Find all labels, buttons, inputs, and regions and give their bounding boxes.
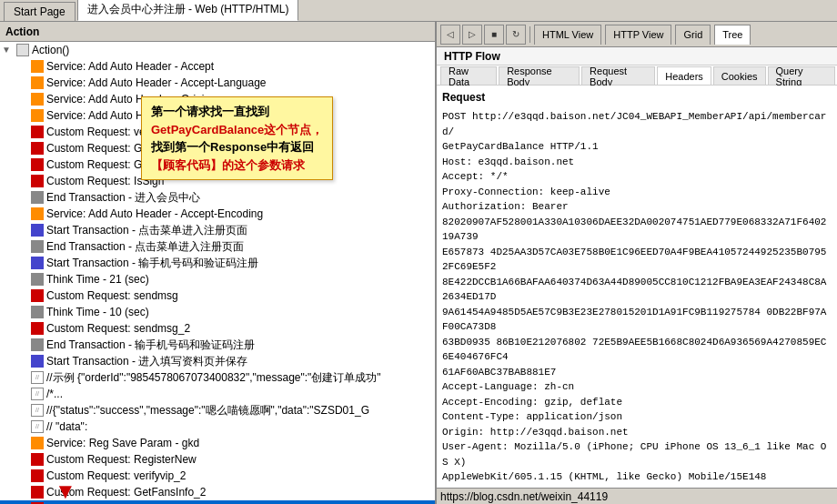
custom-icon [31,289,44,302]
tree-item[interactable]: End Transaction - 进入会员中心 [0,189,435,206]
tree-item[interactable]: Service: Reg Save Param - gkd [0,435,435,451]
action-tree[interactable]: 第一个请求找一直找到 GetPayCardBalance这个节点， 找到第一个R… [0,42,435,504]
tab-headers[interactable]: Headers [657,66,711,85]
comment-icon: // [31,420,44,433]
tree-item-label: Custom Request: sendmsg_2 [46,320,190,337]
tree-item-label: Action() [32,42,69,58]
http-flow-label: HTTP Flow [437,47,837,66]
tab-raw-data[interactable]: Raw Data [440,66,497,85]
tree-item[interactable]: Service: Add Auto Header - Accept [0,58,435,75]
tab-bar: Start Page 进入会员中心并注册 - Web (HTTP/HTML) [0,0,837,22]
request-line: Accept-Language: zh-cn [442,379,832,395]
expand-icon[interactable]: ▼ [2,42,16,58]
tree-item[interactable]: ▼Action() [0,42,435,58]
comment-icon: // [31,388,44,400]
tree-item-label: Service: Add Auto Header - Accept [46,58,214,75]
start-tx-icon [31,257,44,269]
request-line: Authorization: Bearer [442,199,832,215]
tree-item-label: Service: Add Auto Header - Accept-Langua… [46,75,267,91]
custom-icon [31,126,44,138]
tree-item-label: Think Time - 10 (sec) [46,304,149,320]
request-lines: POST http://e3qqd.baison.net/JC04_WEBAPI… [442,109,832,488]
tree-item[interactable]: Start Transaction - 点击菜单进入注册页面 [0,222,435,238]
tab-html-view[interactable]: HTML View [534,25,601,45]
tree-item[interactable]: Custom Request: sendmsg [0,287,435,304]
custom-icon [31,158,44,171]
request-line: Origin: http://e3qqd.baison.net [442,425,832,440]
request-line: 8E422DCCB1A66BAFAA640374D63A44D89005CC81… [442,275,832,305]
request-line: Host: e3qqd.baison.net [442,155,832,170]
request-line: User-Agent: Mozilla/5.0 (iPhone; CPU iPh… [442,439,832,469]
back-button[interactable]: ◁ [440,25,460,45]
tree-item[interactable]: Start Transaction - 输手机号码和验证码注册 [0,255,435,271]
tree-item-label: Custom Request: sendmsg [46,287,178,304]
tab-cookies[interactable]: Cookies [713,66,766,85]
tree-item[interactable]: Think Time - 21 (sec) [0,271,435,287]
tab-active[interactable]: 进入会员中心并注册 - Web (HTTP/HTML) [77,0,299,21]
tab-start-page[interactable]: Start Page [4,2,76,21]
end-tx-icon [31,240,44,253]
tree-item[interactable]: //// "data": [0,418,435,435]
tree-item[interactable]: ////示例 {"orderId":"9854578067073400832",… [0,369,435,386]
tree-item-label: /*... [46,386,63,402]
left-panel: Action 第一个请求找一直找到 GetPayCardBalance这个节点，… [0,22,437,504]
tree-item-label: Think Time - 21 (sec) [46,271,149,287]
request-line: E657873 4D25AA3D57CA03E758B0E1C96EED70A4… [442,245,832,275]
think-icon [31,306,44,318]
refresh-button[interactable]: ↻ [506,25,526,45]
request-content[interactable]: Request POST http://e3qqd.baison.net/JC0… [437,86,837,488]
tab-grid-view[interactable]: Grid [675,25,711,45]
tree-item[interactable]: End Transaction - 输手机号码和验证码注册 [0,337,435,353]
toolbar: ◁ ▷ ■ ↻ HTML View HTTP View Grid Tree [437,22,837,47]
tree-item-label: Start Transaction - 进入填写资料页并保存 [46,353,247,369]
tab-http-view[interactable]: HTTP View [605,25,671,45]
start-tx-icon [31,224,44,237]
end-tx-icon [31,338,44,351]
stop-button[interactable]: ■ [484,25,504,45]
end-tx-icon [31,191,44,204]
annotation-bubble: 第一个请求找一直找到 GetPayCardBalance这个节点， 找到第一个R… [141,96,333,180]
custom-icon [31,175,44,187]
tree-item-label: //示例 {"orderId":"9854578067073400832","m… [46,369,381,386]
tab-tree-view[interactable]: Tree [714,25,751,45]
tab-response-body[interactable]: Response Body [499,66,580,85]
service-icon [31,93,44,106]
tree-item-label: Start Transaction - 输手机号码和验证码注册 [46,255,258,271]
tab-query-string[interactable]: Query String [768,66,835,85]
tree-item[interactable]: Start Transaction - 进入填写资料页并保存 [0,353,435,369]
tree-item[interactable]: ///*... [0,386,435,402]
request-line: AppleWebKit/605.1.15 (KHTML, like Gecko)… [442,469,832,485]
action-panel-header: Action [0,22,435,42]
request-section-title: Request [442,89,832,106]
tree-item[interactable]: Service: Add Auto Header - Accept-Encodi… [0,206,435,222]
tab-request-body[interactable]: Request Body [581,66,655,85]
comment-icon: // [31,371,44,384]
forward-button[interactable]: ▷ [462,25,482,45]
tree-item[interactable]: Think Time - 10 (sec) [0,304,435,320]
custom-icon [31,469,44,482]
tree-item[interactable]: Service: Add Auto Header - Accept-Langua… [0,75,435,91]
think-icon [31,273,44,286]
request-line: 63BD0935 86B10E212076802 72E5B9AEE5B1668… [442,335,832,365]
custom-icon [31,142,44,155]
custom-icon [31,453,44,466]
request-line: Accept: */* [442,169,832,185]
request-line: 9A61454A9485D5AE57C9B3E23E278015201D1A91… [442,305,832,335]
action-icon [16,44,29,56]
tree-item[interactable]: Custom Request: RegisterNew [0,451,435,468]
request-line: POST http://e3qqd.baison.net/JC04_WEBAPI… [442,109,832,139]
request-line: Proxy-Connection: keep-alive [442,185,832,200]
service-icon [31,109,44,122]
tree-item-label: End Transaction - 输手机号码和验证码注册 [46,337,255,353]
tree-item[interactable]: ////{"status":"success","message":"嗯么喵镜愿… [0,402,435,418]
status-bar: https://blog.csdn.net/weixin_44119 [437,488,837,504]
request-line: Accept-Encoding: gzip, deflate [442,395,832,410]
service-icon [31,76,44,89]
tree-item[interactable]: Custom Request: sendmsg_2 [0,320,435,337]
tree-item-label: End Transaction - 点击菜单进入注册页面 [46,238,244,255]
tree-item-label: Service: Reg Save Param - gkd [46,435,199,451]
tree-item-label: Custom Request: RegisterNew [46,451,197,468]
custom-icon [31,322,44,335]
tree-item[interactable]: End Transaction - 点击菜单进入注册页面 [0,238,435,255]
request-line: 82020907AF528001A330A10306DAEE32DA002074… [442,215,832,245]
